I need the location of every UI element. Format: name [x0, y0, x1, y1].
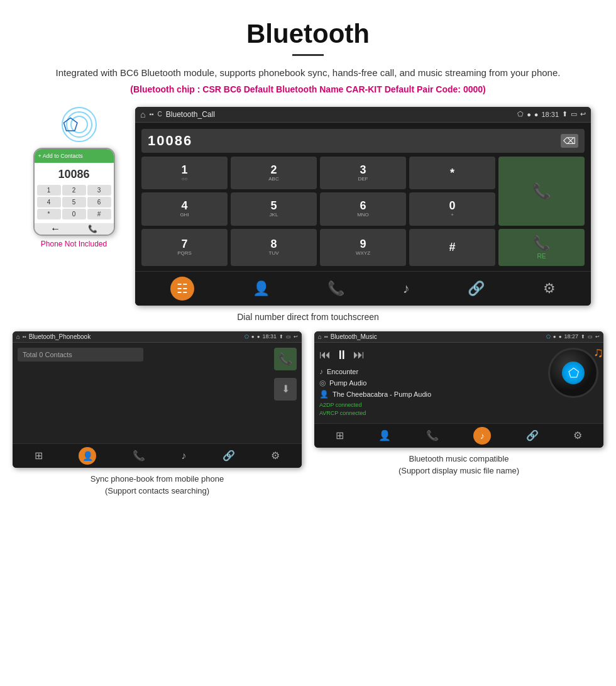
key-2[interactable]: 2 ABC [231, 157, 317, 190]
backspace-button[interactable]: ⌫ [561, 134, 578, 148]
nav-link[interactable]: 🔗 [468, 280, 485, 297]
phone-call-icon[interactable]: 📞 [88, 224, 97, 233]
phone-key-6[interactable]: 6 [87, 197, 111, 207]
home-icon: ⌂ [140, 109, 145, 119]
key-3[interactable]: 3 DEF [320, 157, 406, 190]
phonebook-title: Bluetooth_Phonebook [29, 333, 242, 340]
phone-key-5[interactable]: 5 [62, 197, 86, 207]
nav-contacts[interactable]: 👤 [253, 280, 270, 297]
phone-mockup: + Add to Contacts 10086 1 2 3 4 5 6 * 0 … [33, 148, 115, 236]
vinyl-artwork: ⬠ ♫ [548, 348, 598, 418]
track-name-2: Pump Audio [329, 379, 366, 387]
phone-key-2[interactable]: 2 [62, 185, 86, 196]
music-screen-title: Bluetooth_Music [331, 333, 544, 340]
key-9[interactable]: 9 WXYZ [320, 229, 406, 266]
key-star[interactable]: * [409, 157, 495, 190]
key-hash[interactable]: # [409, 229, 495, 266]
car-screen-dial: ⌂ ▪▪ C Bluetooth_Call ⬠ ● ● 18:31 ⬆ ▭ ↩ … [135, 107, 591, 306]
music-screen-wrap: ⌂ ▪▪ Bluetooth_Music ⬠ ● ● 18:27 ⬆ ▭ ↩ ⏮ [314, 331, 603, 497]
phonebook-screen: ⌂ ▪▪ Bluetooth_Phonebook ⬠ ● ● 18:31 ⬆ ▭… [13, 331, 302, 468]
contacts-list-area [18, 401, 297, 438]
prev-button[interactable]: ⏮ [319, 348, 331, 362]
ms-dot2: ● [559, 334, 562, 340]
ms-signal: ▪▪ [324, 334, 328, 340]
phone-key-1[interactable]: 1 [37, 185, 61, 196]
ms-dot: ● [553, 334, 556, 340]
phonebook-download-button[interactable]: ⬇ [274, 378, 297, 401]
music-bottom-nav: ⊞ 👤 📞 ♪ 🔗 ⚙ [314, 423, 603, 448]
pb-nav-link[interactable]: 🔗 [223, 450, 235, 462]
ms-nav-link[interactable]: 🔗 [526, 429, 539, 441]
pb-expand: ⬆ [279, 334, 283, 340]
key-1[interactable]: 1 ○○ [141, 157, 228, 190]
main-area: ⬠ + Add to Contacts 10086 1 2 3 4 5 6 * [0, 101, 616, 306]
ms-back: ↩ [595, 334, 600, 340]
phone-back-icon: ← [50, 223, 60, 235]
page-title: Bluetooth [25, 19, 591, 49]
phone-key-hash[interactable]: # [87, 209, 111, 219]
connection-status: A2DP connected AVRCP connected [319, 401, 543, 418]
ms-nav-dialpad[interactable]: ⊞ [336, 429, 344, 441]
track-row-2: ◎ Pump Audio [319, 379, 543, 387]
phone-top-bar: + Add to Contacts [35, 149, 114, 163]
nav-dialpad[interactable]: ☷ [170, 277, 194, 301]
dial-screen-title: Bluetooth_Call [166, 110, 514, 119]
dial-input-row: 10086 ⌫ [141, 129, 585, 153]
key-6[interactable]: 6 MNO [320, 192, 406, 226]
ms-bt: ⬠ [546, 334, 551, 340]
phone-key-star[interactable]: * [37, 209, 61, 219]
nav-settings[interactable]: ⚙ [543, 280, 556, 297]
call-status-icon: C [158, 111, 162, 118]
ms-nav-settings[interactable]: ⚙ [573, 429, 582, 441]
music-info: ⏮ ⏸ ⏭ ♪ Encounter ◎ Pump Audio [319, 348, 543, 418]
pb-nav-dialpad[interactable]: ⊞ [35, 450, 43, 462]
specs-line: (Bluetooth chip : CSR BC6 Default Blueto… [25, 84, 591, 94]
call-icon: 📞 [532, 182, 551, 200]
key-7[interactable]: 7 PQRS [141, 229, 228, 266]
phonebook-status-bar: ⌂ ▪▪ Bluetooth_Phonebook ⬠ ● ● 18:31 ⬆ ▭… [13, 331, 302, 343]
key-8[interactable]: 8 TUV [231, 229, 317, 266]
contacts-area: Total 0 Contacts [18, 348, 269, 367]
pb-window: ▭ [286, 334, 291, 340]
pb-time: 18:31 [262, 333, 277, 340]
vinyl-disc: ⬠ [548, 348, 598, 398]
end-call-button[interactable]: 📞 RE [498, 229, 585, 266]
phone-key-0[interactable]: 0 [62, 209, 86, 219]
nav-recent-calls[interactable]: 📞 [327, 280, 344, 297]
track-name-1: Encounter [327, 368, 358, 375]
phonebook-buttons: 📞 ⬇ [274, 348, 297, 401]
phonebook-screen-wrap: ⌂ ▪▪ Bluetooth_Phonebook ⬠ ● ● 18:31 ⬆ ▭… [13, 331, 302, 497]
page-header: Bluetooth Integrated with BC6 Bluetooth … [0, 0, 616, 101]
phonebook-call-button[interactable]: 📞 [274, 348, 297, 370]
music-note-decoration: ♫ [593, 345, 604, 361]
call-button[interactable]: 📞 [498, 157, 585, 226]
phonebook-row: Total 0 Contacts 📞 ⬇ [18, 348, 297, 401]
pb-nav-settings[interactable]: ⚙ [271, 450, 280, 462]
key-5[interactable]: 5 JKL [231, 192, 317, 226]
pb-nav-music[interactable]: ♪ [181, 450, 186, 462]
next-button[interactable]: ⏭ [353, 348, 365, 362]
phone-key-4[interactable]: 4 [37, 197, 61, 207]
key-0[interactable]: 0 + [409, 192, 495, 226]
ms-nav-music[interactable]: ♪ [473, 427, 491, 445]
phonebook-caption: Sync phone-book from mobile phone(Suppor… [13, 473, 302, 497]
phone-key-3[interactable]: 3 [87, 185, 111, 196]
dial-bottom-nav: ☷ 👤 📞 ♪ 🔗 ⚙ [135, 271, 591, 306]
play-pause-button[interactable]: ⏸ [336, 348, 348, 362]
vinyl-center: ⬠ [562, 362, 585, 384]
ms-window: ▭ [588, 334, 593, 340]
phone-keypad: 1 2 3 4 5 6 * 0 # [37, 185, 111, 219]
pb-nav-calls[interactable]: 📞 [133, 450, 145, 462]
phone-number-display: 10086 [37, 165, 111, 184]
key-4[interactable]: 4 GHI [141, 192, 228, 226]
a2dp-status: A2DP connected [319, 401, 543, 410]
music-controls: ⏮ ⏸ ⏭ [319, 348, 543, 362]
contacts-search-field[interactable]: Total 0 Contacts [18, 348, 143, 362]
pb-nav-contacts[interactable]: 👤 [79, 447, 96, 465]
track-note-icon: ♪ [319, 367, 323, 376]
dial-number: 10086 [148, 133, 561, 149]
ms-nav-contacts[interactable]: 👤 [378, 429, 391, 441]
nav-music[interactable]: ♪ [403, 280, 410, 297]
time-display: 18:31 [541, 111, 559, 118]
ms-nav-calls[interactable]: 📞 [426, 429, 439, 441]
